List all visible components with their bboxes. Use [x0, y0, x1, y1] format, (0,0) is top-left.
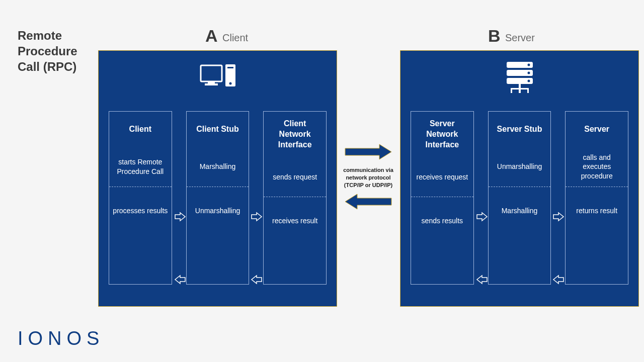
arrow-right-icon: [251, 212, 263, 222]
server-col-2: Server Stub Unmarshalling Marshalling: [488, 111, 551, 285]
svg-point-11: [527, 80, 530, 82]
arrow-left-icon: [174, 275, 186, 285]
col-bot: sends results: [411, 197, 473, 284]
svg-rect-14: [511, 88, 512, 93]
col-mid: calls and executes procedure: [566, 147, 628, 187]
col-bot: Unmarshalling: [187, 187, 249, 284]
col-bot: processes results: [109, 187, 172, 284]
client-col-2: Client Stub Marshalling Unmarshalling: [186, 111, 250, 285]
col-mid: sends request: [264, 157, 326, 197]
server-panel: Server Network Interface receives reques…: [400, 50, 639, 307]
col-head: Server Stub: [489, 112, 551, 147]
col-mid: starts Remote Procedure Call: [109, 147, 172, 187]
arrow-left-icon: [552, 275, 565, 285]
col-head: Client Stub: [187, 112, 249, 147]
big-arrow-left-icon: [343, 193, 393, 210]
col-bot: returns result: [566, 187, 628, 284]
svg-rect-16: [519, 88, 521, 93]
svg-rect-1: [208, 81, 215, 83]
client-computer-icon: [99, 60, 337, 95]
label-server: Server: [505, 32, 535, 44]
svg-rect-0: [201, 65, 222, 81]
svg-rect-15: [527, 88, 529, 93]
col-mid: receives request: [411, 157, 473, 197]
client-panel: Client starts Remote Procedure Call proc…: [98, 50, 337, 307]
server-col-3: Server calls and executes procedure retu…: [565, 111, 628, 285]
page-title: RemoteProcedureCall (RPC): [18, 28, 77, 75]
col-mid: Marshalling: [187, 147, 249, 187]
col-bot: Marshalling: [489, 187, 551, 284]
svg-point-9: [527, 64, 530, 66]
arrow-right-icon: [552, 212, 565, 222]
letter-b: B: [488, 26, 501, 46]
communication-text: communication vianetwork protocol (TCP/I…: [339, 166, 397, 189]
arrow-right-icon: [476, 212, 488, 222]
arrow-left-icon: [251, 275, 263, 285]
svg-point-10: [527, 72, 530, 74]
col-head: Server Network Interface: [411, 112, 473, 157]
communication-area: communication vianetwork protocol (TCP/I…: [338, 143, 398, 212]
ionos-logo: IONOS: [18, 328, 104, 349]
server-col-1: Server Network Interface receives reques…: [411, 111, 474, 285]
svg-point-4: [229, 82, 231, 85]
arrow-left-icon: [476, 275, 488, 285]
col-mid: Unmarshalling: [489, 147, 551, 187]
label-client: Client: [222, 32, 248, 44]
col-head: Server: [566, 112, 628, 147]
arrow-right-icon: [174, 212, 186, 222]
col-head: Client: [109, 112, 172, 147]
client-col-1: Client starts Remote Procedure Call proc…: [109, 111, 172, 285]
big-arrow-right-icon: [343, 143, 393, 160]
svg-rect-2: [205, 83, 218, 85]
server-rack-icon: [400, 60, 638, 95]
client-col-3: Client Network Interface sends request r…: [263, 111, 327, 285]
col-head: Client Network Interface: [264, 112, 326, 157]
col-bot: receives result: [264, 197, 326, 284]
letter-a: A: [205, 26, 218, 46]
svg-rect-5: [227, 67, 233, 68]
